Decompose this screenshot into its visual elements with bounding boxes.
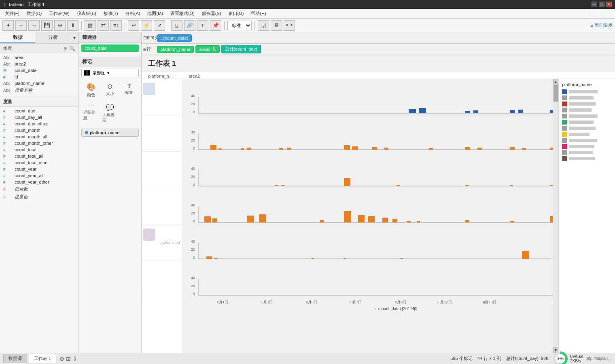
field-count-month-other[interactable]: # count_month_other [0, 140, 78, 146]
forward-button[interactable]: → [28, 20, 40, 31]
bar-r1-6 [518, 110, 523, 113]
rows-count-day-pill[interactable]: 总计(count_day) [221, 45, 261, 53]
menu-story[interactable]: 故事(T) [100, 10, 121, 17]
menu-worksheet[interactable]: 工作表(W) [46, 10, 73, 17]
field-count-day-other[interactable]: # count_day_other [0, 121, 78, 127]
bar-r4-7 [358, 215, 365, 222]
field-area2[interactable]: Abc area2 [0, 61, 78, 67]
add-sheet-icon[interactable]: ⊕ [59, 356, 64, 362]
field-count-day[interactable]: # count_day [0, 108, 78, 114]
bar-r4-8 [368, 216, 375, 222]
field-count-year-other[interactable]: # count_year_other [0, 179, 78, 185]
legend-text-5 [569, 114, 598, 118]
swap-button[interactable]: ⇄ [98, 20, 109, 31]
marks-type-dropdown[interactable]: ▊▊ 条形图 ▾ [81, 69, 139, 77]
dimensions-search-icon[interactable]: 🔍 [69, 46, 75, 51]
sort-button[interactable]: ≡↑ [110, 20, 122, 31]
status-worksheet-tab[interactable]: 工作表 1 [29, 354, 56, 363]
duplicate-sheet-icon[interactable]: ⊞ [66, 356, 71, 362]
add-datasource-button[interactable]: ⊕ [54, 20, 66, 31]
minimize-button[interactable]: — [592, 2, 597, 7]
menu-window[interactable]: 窗口(O) [225, 10, 247, 17]
bar-r1-2 [419, 108, 426, 113]
rows-area2-pill[interactable]: area2 ⇅ [195, 45, 219, 53]
tab-dropdown[interactable]: ▾ [70, 32, 78, 43]
back-button[interactable]: ← [15, 20, 27, 31]
smart-display-icon: ≡ [591, 23, 593, 28]
platform-name-mark[interactable]: platform_name [81, 129, 139, 137]
save-button[interactable]: 💾 [41, 20, 53, 31]
field-count-month-all[interactable]: # count_month_all [0, 133, 78, 140]
menu-dashboard[interactable]: 仪表板(B) [74, 10, 100, 17]
maximize-button[interactable]: □ [599, 2, 604, 7]
field-platform-name[interactable]: Abc platform_name [0, 80, 78, 87]
rows-platform-pill[interactable]: platform_name [157, 46, 194, 53]
menu-analysis[interactable]: 分析(A) [122, 10, 144, 17]
chart-row-5: 40 20 0 count_day [182, 239, 553, 261]
menu-file[interactable]: 文件(F) [2, 10, 23, 17]
chart-view-button[interactable]: 📊 [258, 20, 269, 31]
bar-r4-11 [407, 221, 411, 222]
columns-count-date-pill[interactable]: □(count_date) [157, 34, 192, 42]
underline-button[interactable]: U [171, 20, 182, 31]
menu-format[interactable]: 设置格式(O) [167, 10, 198, 17]
field-count-date[interactable]: ⊟ count_date [0, 67, 78, 74]
status-datasource-tab[interactable]: 数据源 [3, 354, 27, 363]
pause-button[interactable]: ⏸ [67, 20, 78, 31]
field-count-total-other[interactable]: # count_total_other [0, 159, 78, 166]
chart-scroll-area[interactable]: 40 20 0 count_day [182, 79, 553, 353]
bar-r2-16 [550, 148, 553, 150]
mark-detail-button[interactable]: ⋯ 详细信息 [82, 102, 100, 125]
text-button[interactable]: T [197, 20, 208, 31]
field-count-total[interactable]: # count_total [0, 146, 78, 153]
sum-info: 总计(count_day): 928 [506, 356, 549, 362]
mark-color-button[interactable]: 🎨 颜色 [82, 80, 100, 100]
chart-type-button[interactable]: ▦ [85, 20, 96, 31]
screen-button[interactable]: 🖥 [271, 20, 282, 31]
tooltip-button[interactable]: ↗ [154, 20, 165, 31]
extract-icon[interactable]: ⇩ [72, 356, 77, 362]
field-count-year-all[interactable]: # count_year_all [0, 172, 78, 179]
scrollbar-thumb[interactable] [554, 85, 558, 102]
menu-data[interactable]: 数据(D) [23, 10, 45, 17]
field-count-total-all[interactable]: # count_total_all [0, 153, 78, 159]
field-measure-name[interactable]: Abc 度量名称 [0, 87, 78, 94]
mark-label-button[interactable]: T 标签 [121, 80, 138, 100]
label-label: 标签 [125, 90, 133, 95]
field-area[interactable]: Abc area [0, 54, 78, 61]
legend-item-12 [562, 156, 612, 161]
dimensions-grid-icon[interactable]: ⊞ [64, 46, 68, 51]
scrollbar-up-arrow[interactable]: ▲ [553, 79, 559, 85]
field-count-month[interactable]: # count_month [0, 127, 78, 133]
smart-display-button[interactable]: ≡ 智能显示 [591, 22, 613, 28]
mark-tooltip-button[interactable]: 💬 工具提示 [101, 102, 119, 125]
label-button[interactable]: ↩ [128, 20, 139, 31]
field-count-year[interactable]: # count_year [0, 166, 78, 172]
worksheet-col-headers: platform_n... area2 [142, 72, 615, 79]
legend-item-4 [562, 108, 612, 112]
field-name-count-year: count_year [15, 167, 36, 171]
link-button[interactable]: 🔗 [184, 20, 195, 31]
format-button[interactable]: ⚡ [141, 20, 152, 31]
standard-dropdown[interactable]: 标准 [227, 21, 252, 30]
bar-r2-5 [279, 148, 283, 150]
pin-button[interactable]: 📌 [210, 20, 221, 31]
field-id[interactable]: # id [0, 74, 78, 80]
new-button[interactable]: ✦ [2, 20, 14, 31]
field-measure-value[interactable]: # 度量值 [0, 193, 78, 201]
y-label-20-r4: 20 [191, 211, 195, 215]
tab-analysis[interactable]: 分析 [35, 32, 70, 43]
tab-data[interactable]: 数据 [0, 32, 35, 43]
bar-r3-7 [550, 185, 553, 186]
share-button[interactable]: ⚬⚬ [284, 20, 295, 31]
menu-map[interactable]: 地图(M) [144, 10, 166, 17]
bar-r2-4 [247, 148, 251, 150]
filter-count-date[interactable]: count_date [81, 44, 139, 52]
menu-server[interactable]: 服务器(S) [199, 10, 225, 17]
close-button[interactable]: ✕ [606, 2, 612, 7]
field-type-count-day: # [3, 109, 13, 113]
field-count-day-all[interactable]: # count_day_all [0, 114, 78, 121]
mark-size-button[interactable]: ⊙ 大小 [101, 80, 119, 100]
field-records[interactable]: # 记录数 [0, 185, 78, 193]
menu-help[interactable]: 帮助(H) [248, 10, 269, 17]
